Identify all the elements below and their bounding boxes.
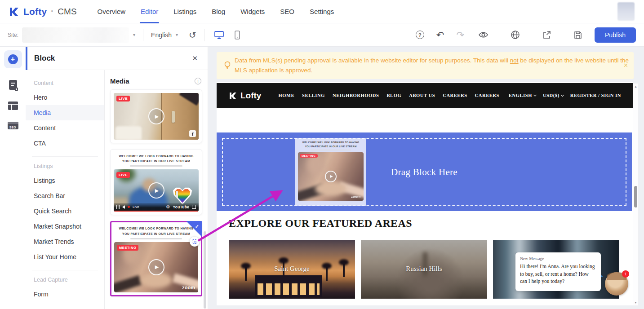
volume-icon[interactable] (122, 205, 125, 209)
chat-message: Hi there! I'm Anna. Are you looking to b… (520, 263, 596, 285)
tab-seo[interactable]: SEO (280, 0, 294, 23)
website-preview: Lofty HOME SELLING NEIGHBORHOODS BLOG AB… (217, 82, 633, 305)
media-thumbnail-youtube-live[interactable]: WELCOME! WE LOOK FORWARD TO HAVING YOU P… (110, 149, 202, 215)
play-icon: ▶ (148, 108, 164, 124)
preview-currency-selector[interactable]: USD($) (543, 93, 564, 98)
globe-icon[interactable] (511, 30, 520, 40)
menu-about-us[interactable]: ABOUT US (409, 93, 435, 98)
add-block-button[interactable]: + (4, 50, 22, 68)
thumbnail-image: MEETING ▶ zoom (114, 242, 198, 292)
scroll-up-icon[interactable]: ▲ (633, 85, 638, 88)
media-block-list: Media ! LIVE ▶ f WELCOME! WE LOOK FORWAR… (105, 70, 208, 309)
divider (32, 270, 98, 270)
close-icon[interactable]: ✕ (192, 54, 198, 62)
history-icon[interactable]: ↺ (189, 31, 196, 40)
media-thumbnail-zoom-meeting-selected[interactable]: ✓ WELCOME! WE LOOK FORWARD TO HAVING YOU… (110, 221, 202, 296)
preview-site-navbar: Lofty HOME SELLING NEIGHBORHOODS BLOG AB… (217, 83, 633, 108)
block-item-quick-search[interactable]: Quick Search (26, 203, 104, 219)
mls-warning-banner: Data from MLS(s) pending approval is ava… (217, 52, 634, 79)
gear-icon[interactable]: ⚙ (166, 205, 170, 209)
chevron-down-icon[interactable]: ▾ (133, 32, 135, 37)
top-nav-items: Overview Editor Listings Blog Widgets SE… (98, 0, 334, 23)
media-thumbnail-facebook-live[interactable]: LIVE ▶ f (110, 89, 202, 143)
tab-editor[interactable]: Editor (141, 0, 158, 23)
play-icon: ▶ (148, 259, 164, 275)
preview-scrollbar[interactable]: ▲ ▼ (633, 83, 639, 306)
scroll-down-icon[interactable]: ▼ (633, 301, 638, 304)
block-item-listings[interactable]: Listings (26, 173, 104, 188)
redo-icon[interactable]: ↷ (456, 30, 464, 40)
desktop-view-icon[interactable] (214, 30, 224, 40)
block-item-market-trends[interactable]: Market Trends (26, 234, 104, 249)
play-icon: ▶ (325, 171, 337, 182)
section-label-lead-capture: Lead Capture (26, 272, 104, 287)
pages-icon[interactable] (8, 80, 18, 90)
language-selector[interactable]: English (151, 31, 172, 39)
info-icon[interactable]: ! (195, 78, 201, 84)
block-item-list-your-home[interactable]: List Your Home (26, 249, 104, 265)
site-selector-blurred[interactable] (22, 27, 129, 43)
preview-menu: HOME SELLING NEIGHBORHOODS BLOG ABOUT US… (278, 93, 499, 98)
brand-product: CMS (58, 7, 76, 17)
menu-blog[interactable]: BLOG (386, 93, 401, 98)
area-label: Saint George (229, 265, 355, 273)
publish-button[interactable]: Publish (595, 27, 636, 43)
block-item-content[interactable]: Content (26, 120, 104, 136)
menu-careers[interactable]: CAREERS (443, 93, 467, 98)
scrollbar-thumb[interactable] (634, 186, 637, 207)
preview-logo: Lofty (228, 91, 261, 101)
user-avatar[interactable] (617, 2, 635, 21)
chevron-down-icon[interactable]: ▾ (176, 32, 178, 37)
tab-settings[interactable]: Settings (310, 0, 334, 23)
lofty-logo-icon (8, 6, 20, 18)
ghost-headline: WELCOME! WE LOOK FORWARD TO HAVING YOU P… (298, 141, 364, 149)
panel-title: Block (34, 54, 55, 63)
banner-text: Data from MLS(s) pending approval is ava… (235, 56, 630, 76)
undo-icon[interactable]: ↶ (436, 30, 444, 40)
fullscreen-icon[interactable] (192, 205, 196, 209)
chevron-down-icon (533, 93, 537, 97)
player-live-label: Live (133, 205, 139, 209)
tab-listings[interactable]: Listings (173, 0, 196, 23)
chat-widget-message[interactable]: New Message Hi there! I'm Anna. Are you … (515, 252, 601, 291)
block-item-search-bar[interactable]: Search Bar (26, 188, 104, 203)
save-icon[interactable] (573, 31, 582, 40)
tab-widgets[interactable]: Widgets (240, 0, 265, 23)
area-card-russian-hills[interactable]: Russian Hills (361, 240, 487, 299)
editor-toolbar: Site: ▾ English ▾ ↺ ? ↶ ↷ (0, 23, 644, 47)
block-item-cta[interactable]: CTA (26, 136, 104, 151)
preview-language-selector[interactable]: ENGLISH (509, 93, 536, 98)
block-item-market-snapshot[interactable]: Market Snapshot (26, 219, 104, 234)
pause-icon[interactable] (116, 205, 120, 209)
mobile-view-icon[interactable] (234, 30, 240, 40)
area-card-saint-george[interactable]: Saint George (229, 240, 355, 299)
lightbulb-icon (224, 61, 231, 70)
share-export-icon[interactable] (542, 30, 551, 40)
close-icon[interactable]: ✕ (623, 62, 628, 69)
menu-neighborhoods[interactable]: NEIGHBORHOODS (333, 93, 379, 98)
preview-eye-icon[interactable] (478, 31, 489, 39)
layout-template-icon[interactable] (8, 102, 18, 110)
section-label-listings: Listings (26, 159, 104, 173)
media-list-scrollbar[interactable] (204, 231, 206, 309)
menu-selling[interactable]: SELLING (302, 93, 325, 98)
facebook-icon: f (189, 130, 196, 137)
register-signin-link[interactable]: REGISTER / SIGN IN (570, 93, 621, 98)
help-icon[interactable]: ? (416, 31, 424, 39)
menu-careers-2[interactable]: CAREERS (475, 93, 499, 98)
ghost-image: MEETING ▶ zoom (298, 152, 364, 201)
block-item-form[interactable]: Form (26, 287, 104, 302)
drag-block-dropzone[interactable]: Drag Block Here WELCOME! WE LOOK FORWARD… (217, 132, 632, 211)
menu-home[interactable]: HOME (278, 93, 294, 98)
brand-separator: · (51, 7, 53, 16)
preview-nav-right: ENGLISH USD($) REGISTER / SIGN IN (509, 93, 621, 98)
tab-blog[interactable]: Blog (212, 0, 225, 23)
thumbnail-image: LIVE ▶ Live ⚙ YouTube (114, 169, 199, 212)
dragged-block-ghost: WELCOME! WE LOOK FORWARD TO HAVING YOU P… (295, 138, 366, 206)
tab-overview[interactable]: Overview (98, 0, 126, 23)
block-item-media[interactable]: Media (26, 105, 104, 120)
media-list-title: Media (110, 77, 129, 85)
block-item-hero[interactable]: Hero (26, 90, 104, 105)
seo-tool-icon[interactable]: SEO (8, 122, 18, 129)
brand-name: Lofty (23, 6, 47, 17)
